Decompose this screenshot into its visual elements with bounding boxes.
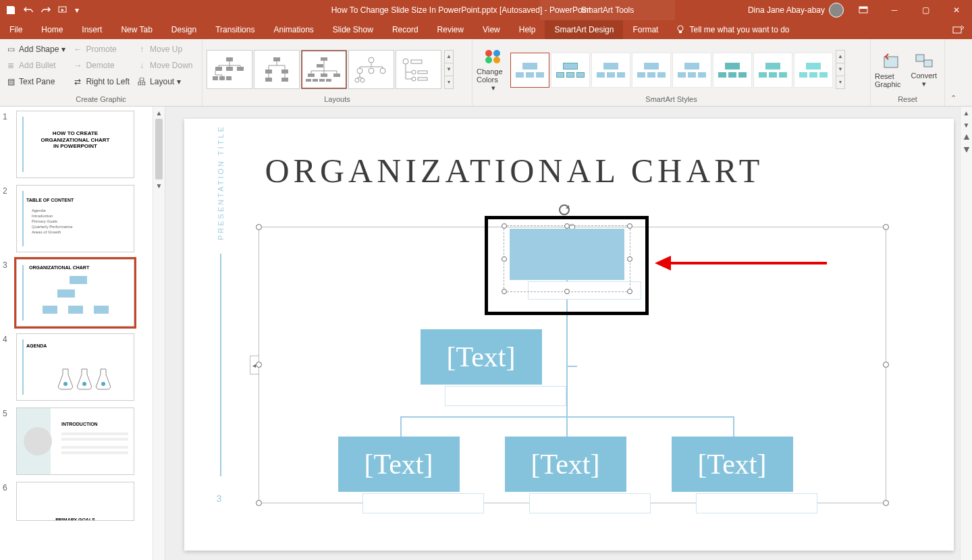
thumbnail-row[interactable]: 6 PRIMARY GOALS (3, 482, 165, 521)
group-smartart-styles: Change Colors ▾ ▲▼▾ SmartArt Styles (473, 39, 871, 106)
org-node[interactable]: [Text] (672, 437, 793, 492)
style-option-selected[interactable] (510, 53, 549, 88)
svg-rect-20 (308, 74, 315, 77)
reset-graphic-button[interactable]: Reset Graphic (875, 42, 908, 94)
title-bar: ▾ How To Change Slide Size In PowerPoint… (0, 0, 972, 20)
layout-option[interactable] (348, 50, 394, 89)
svg-point-35 (412, 70, 416, 74)
style-option[interactable] (672, 53, 711, 88)
org-node-label[interactable] (445, 386, 566, 406)
demote-button: →Demote (71, 58, 131, 73)
add-bullet-button: ≣Add Bullet (4, 58, 67, 73)
org-node[interactable]: [Text] (505, 437, 626, 492)
svg-rect-11 (219, 76, 225, 80)
group-layouts: ▲▼▾ Layouts (202, 39, 473, 106)
slide-thumbnail[interactable]: TABLE OF CONTENT Agenda Introduction Pri… (16, 185, 134, 252)
tab-view[interactable]: View (473, 20, 510, 39)
layout-option[interactable] (207, 50, 252, 89)
add-shape-icon: ▭ (5, 44, 16, 55)
from-beginning-icon[interactable] (55, 2, 72, 18)
scroll-up-icon[interactable]: ▲ (961, 107, 972, 119)
ribbon-tabs: File Home Insert New Tab Design Transiti… (0, 20, 972, 39)
move-down-button: ↓Move Down (135, 58, 194, 73)
user-area[interactable]: Dina Jane Abay-abay (744, 3, 848, 18)
style-option[interactable] (753, 53, 792, 88)
thumbnail-row[interactable]: 2 TABLE OF CONTENT Agenda Introduction P… (3, 185, 165, 252)
side-title: PRESENTATION TITLE (217, 125, 225, 240)
share-icon[interactable] (945, 20, 972, 39)
layout-option[interactable] (396, 50, 441, 89)
save-icon[interactable] (3, 2, 19, 18)
thumbnail-row[interactable]: 1 HOW TO CREATEORGANIZATIONAL CHARTIN PO… (3, 111, 165, 178)
tab-smartart-design[interactable]: SmartArt Design (545, 20, 623, 39)
slide-thumbnail[interactable]: INTRODUCTION (16, 408, 134, 475)
slide-thumbnails-panel[interactable]: 1 HOW TO CREATEORGANIZATIONAL CHARTIN PO… (0, 107, 165, 560)
minimize-icon[interactable]: ─ (879, 0, 910, 20)
scroll-up-icon[interactable]: ▲ (153, 107, 165, 119)
layouts-scroll[interactable]: ▲▼▾ (444, 50, 454, 89)
next-slide-icon[interactable]: ⯆ (961, 143, 972, 155)
style-option[interactable] (632, 53, 671, 88)
undo-icon[interactable] (20, 2, 36, 18)
thumbnail-row[interactable]: 5 INTRODUCTION (3, 408, 165, 475)
layout-option-selected[interactable] (301, 50, 347, 89)
tab-review[interactable]: Review (428, 20, 473, 39)
layout-button[interactable]: 品Layout ▾ (135, 74, 194, 89)
thumbnail-row[interactable]: 3 ORGANIZATIONAL CHART (3, 259, 165, 327)
org-node-label[interactable] (362, 493, 484, 513)
tab-home[interactable]: Home (32, 20, 72, 39)
tab-format[interactable]: Format (623, 20, 668, 39)
editor-scrollbar[interactable]: ▲ ▼ ⯅ ⯆ (960, 107, 972, 560)
tab-design[interactable]: Design (162, 20, 206, 39)
svg-rect-14 (265, 69, 272, 74)
add-shape-button[interactable]: ▭Add Shape ▾ (4, 42, 67, 57)
org-node[interactable]: [Text] (338, 437, 460, 492)
tab-animations[interactable]: Animations (264, 20, 323, 39)
collapse-ribbon-icon[interactable]: ⌃ (945, 39, 961, 107)
styles-scroll[interactable]: ▲▼▾ (836, 50, 845, 89)
svg-marker-51 (655, 256, 671, 271)
ribbon-display-icon[interactable] (848, 0, 879, 20)
thumbnail-row[interactable]: 4 AGENDA (3, 333, 165, 401)
group-create-graphic: ▭Add Shape ▾ ≣Add Bullet ▤Text Pane ←Pro… (0, 39, 202, 106)
right-to-left-button[interactable]: ⇄Right to Left (71, 74, 131, 89)
tell-me-search[interactable]: Tell me what you want to do (668, 20, 797, 39)
scrollbar-handle[interactable] (155, 119, 163, 179)
tab-file[interactable]: File (0, 20, 32, 39)
style-option[interactable] (713, 53, 752, 88)
tab-help[interactable]: Help (510, 20, 545, 39)
prev-slide-icon[interactable]: ⯅ (961, 131, 972, 143)
tab-new-tab[interactable]: New Tab (111, 20, 161, 39)
redo-icon[interactable] (38, 2, 54, 18)
tab-transitions[interactable]: Transitions (206, 20, 264, 39)
org-node[interactable]: [Text] (421, 329, 542, 385)
close-icon[interactable]: ✕ (941, 0, 972, 20)
scroll-down-icon[interactable]: ▼ (153, 179, 165, 192)
tab-record[interactable]: Record (383, 20, 428, 39)
slide-editor-area[interactable]: PRESENTATION TITLE 3 ORGANIZATIONAL CHAR… (165, 107, 972, 560)
tab-slide-show[interactable]: Slide Show (323, 20, 383, 39)
maximize-icon[interactable]: ▢ (910, 0, 941, 20)
scroll-down-icon[interactable]: ▼ (961, 119, 972, 131)
tab-insert[interactable]: Insert (72, 20, 111, 39)
convert-button[interactable]: Convert ▾ (908, 42, 941, 94)
change-colors-button[interactable]: Change Colors ▾ (477, 42, 510, 94)
layout-option[interactable] (254, 50, 300, 89)
slide-title[interactable]: ORGANIZATIONAL CHART (265, 151, 764, 190)
qat-dropdown-icon[interactable]: ▾ (73, 2, 81, 18)
style-option[interactable] (591, 53, 630, 88)
slide-canvas[interactable]: PRESENTATION TITLE 3 ORGANIZATIONAL CHAR… (184, 119, 954, 551)
slide-thumbnail-selected[interactable]: ORGANIZATIONAL CHART (16, 259, 134, 327)
text-pane-button[interactable]: ▤Text Pane (4, 74, 67, 89)
slide-thumbnail[interactable]: HOW TO CREATEORGANIZATIONAL CHARTIN POWE… (16, 111, 134, 178)
slide-thumbnail[interactable]: PRIMARY GOALS (16, 482, 134, 521)
style-option[interactable] (551, 53, 590, 88)
slide-thumbnail[interactable]: AGENDA (16, 333, 134, 401)
svg-rect-21 (321, 74, 327, 77)
thumbnail-scrollbar[interactable]: ▲ ▼ (153, 107, 165, 560)
rotate-handle-icon[interactable] (558, 204, 570, 216)
move-up-button: ↑Move Up (135, 42, 194, 57)
org-node-label[interactable] (529, 493, 651, 513)
style-option[interactable] (794, 53, 833, 88)
org-node-label[interactable] (696, 493, 817, 513)
